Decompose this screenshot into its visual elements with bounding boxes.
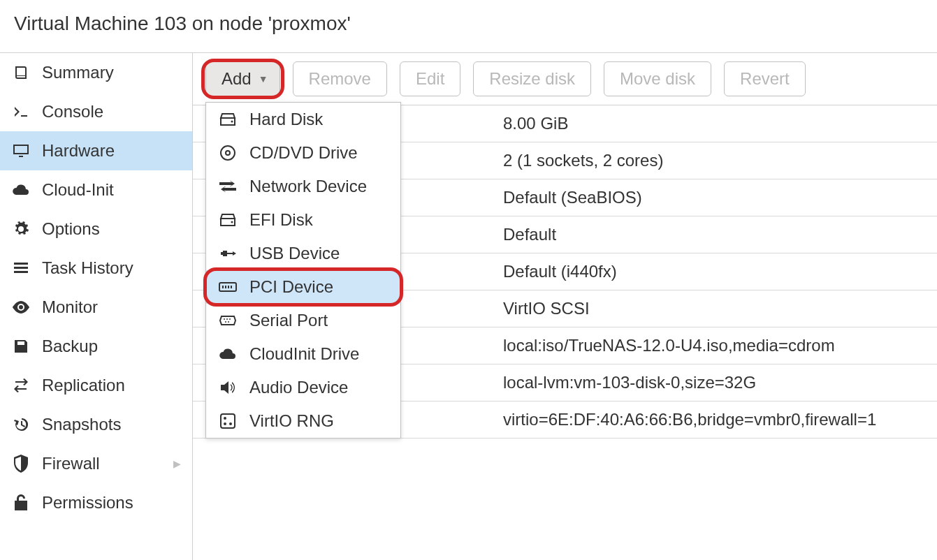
row-value: local:iso/TrueNAS-12.0-U4.iso,media=cdro… xyxy=(493,327,937,364)
dropdown-label: Hard Disk xyxy=(249,110,323,129)
sidebar-item-options[interactable]: Options xyxy=(0,209,192,249)
row-value: local-lvm:vm-103-disk-0,size=32G xyxy=(493,364,937,401)
chevron-right-icon: ▶ xyxy=(173,458,181,469)
add-button[interactable]: Add ▼ xyxy=(205,61,280,96)
sidebar: Summary Console Hardware Cloud-Init Opti xyxy=(0,53,193,560)
eye-icon xyxy=(11,301,31,314)
dropdown-item-efidisk[interactable]: EFI Disk xyxy=(206,203,400,237)
row-value: 2 (1 sockets, 2 cores) xyxy=(493,142,937,179)
remove-button[interactable]: Remove xyxy=(293,61,387,96)
main-panel: Add ▼ Hard Disk CD/DVD Drive Net xyxy=(193,53,937,560)
sidebar-label: Permissions xyxy=(42,493,181,513)
dice-icon xyxy=(217,413,238,429)
dropdown-item-rng[interactable]: VirtIO RNG xyxy=(206,404,400,438)
dropdown-label: PCI Device xyxy=(249,277,333,297)
sidebar-item-hardware[interactable]: Hardware xyxy=(0,131,192,170)
serial-icon xyxy=(217,315,238,326)
audio-icon xyxy=(217,381,238,395)
dropdown-label: EFI Disk xyxy=(249,210,313,230)
add-dropdown: Hard Disk CD/DVD Drive Network Device EF… xyxy=(205,102,401,439)
sidebar-item-firewall[interactable]: Firewall ▶ xyxy=(0,444,192,483)
svg-point-16 xyxy=(229,422,232,425)
dropdown-item-pci[interactable]: PCI Device xyxy=(206,270,400,304)
sidebar-item-replication[interactable]: Replication xyxy=(0,366,192,405)
list-icon xyxy=(11,261,31,275)
cloud-icon xyxy=(11,183,31,197)
book-icon xyxy=(11,64,31,81)
svg-point-13 xyxy=(228,321,229,323)
svg-point-11 xyxy=(229,318,231,320)
history-icon xyxy=(11,416,31,433)
harddisk-icon xyxy=(217,213,238,227)
row-value: 8.00 GiB xyxy=(493,105,937,142)
svg-rect-14 xyxy=(221,414,235,428)
dropdown-item-audio[interactable]: Audio Device xyxy=(206,371,400,404)
sidebar-label: Firewall xyxy=(42,454,162,473)
sidebar-label: Options xyxy=(42,219,181,239)
sidebar-item-cloudinit[interactable]: Cloud-Init xyxy=(0,170,192,209)
sidebar-item-summary[interactable]: Summary xyxy=(0,53,192,92)
resize-disk-button[interactable]: Resize disk xyxy=(473,61,591,96)
monitor-icon xyxy=(11,142,31,159)
toolbar: Add ▼ Hard Disk CD/DVD Drive Net xyxy=(193,53,937,105)
svg-rect-6 xyxy=(225,286,226,288)
sidebar-label: Monitor xyxy=(42,297,181,317)
sync-icon xyxy=(11,378,31,392)
harddisk-icon xyxy=(217,112,238,126)
sidebar-item-monitor[interactable]: Monitor xyxy=(0,288,192,327)
add-label: Add xyxy=(221,69,252,89)
dropdown-item-usb[interactable]: USB Device xyxy=(206,237,400,270)
sidebar-item-backup[interactable]: Backup xyxy=(0,327,192,366)
svg-point-3 xyxy=(231,221,233,223)
sidebar-item-taskhistory[interactable]: Task History xyxy=(0,249,192,288)
terminal-icon xyxy=(11,103,31,120)
svg-point-0 xyxy=(231,121,233,123)
svg-point-1 xyxy=(221,146,235,160)
unlock-icon xyxy=(11,494,31,512)
dropdown-label: VirtIO RNG xyxy=(249,411,334,431)
dropdown-item-serial[interactable]: Serial Port xyxy=(206,304,400,337)
chevron-down-icon: ▼ xyxy=(259,73,268,84)
disc-icon xyxy=(217,145,238,161)
revert-button[interactable]: Revert xyxy=(724,61,806,96)
sidebar-label: Summary xyxy=(42,63,181,82)
dropdown-label: Serial Port xyxy=(249,311,328,330)
row-value: Default xyxy=(493,216,937,253)
sidebar-item-permissions[interactable]: Permissions xyxy=(0,483,192,522)
sidebar-label: Backup xyxy=(42,337,181,356)
sidebar-label: Task History xyxy=(42,258,181,278)
row-value: Default (SeaBIOS) xyxy=(493,179,937,216)
dropdown-label: CD/DVD Drive xyxy=(249,143,358,163)
svg-point-12 xyxy=(225,321,226,323)
network-icon xyxy=(217,181,238,192)
usb-icon xyxy=(217,246,238,260)
svg-rect-7 xyxy=(228,286,229,288)
gear-icon xyxy=(11,221,31,237)
sidebar-item-console[interactable]: Console xyxy=(0,92,192,131)
row-value: VirtIO SCSI xyxy=(493,290,937,327)
sidebar-label: Snapshots xyxy=(42,415,181,434)
svg-rect-8 xyxy=(231,286,232,288)
dropdown-item-network[interactable]: Network Device xyxy=(206,170,400,203)
svg-point-10 xyxy=(226,318,228,320)
dropdown-label: Audio Device xyxy=(249,378,348,397)
row-value: Default (i440fx) xyxy=(493,253,937,290)
dropdown-label: USB Device xyxy=(249,244,340,263)
dropdown-label: Network Device xyxy=(249,177,367,196)
svg-point-17 xyxy=(224,422,226,425)
shield-icon xyxy=(11,455,31,473)
dropdown-item-cloudinit[interactable]: CloudInit Drive xyxy=(206,337,400,371)
pci-icon xyxy=(217,281,238,293)
move-disk-button[interactable]: Move disk xyxy=(604,61,711,96)
svg-rect-5 xyxy=(222,286,224,288)
sidebar-label: Replication xyxy=(42,376,181,395)
cloud-icon xyxy=(217,348,238,360)
dropdown-item-cddvd[interactable]: CD/DVD Drive xyxy=(206,136,400,170)
svg-point-15 xyxy=(224,417,226,420)
dropdown-item-harddisk[interactable]: Hard Disk xyxy=(206,103,400,136)
sidebar-label: Cloud-Init xyxy=(42,180,181,200)
edit-button[interactable]: Edit xyxy=(400,61,460,96)
save-icon xyxy=(11,338,31,355)
row-value: virtio=6E:DF:40:A6:66:B6,bridge=vmbr0,fi… xyxy=(493,401,937,438)
sidebar-item-snapshots[interactable]: Snapshots xyxy=(0,405,192,444)
